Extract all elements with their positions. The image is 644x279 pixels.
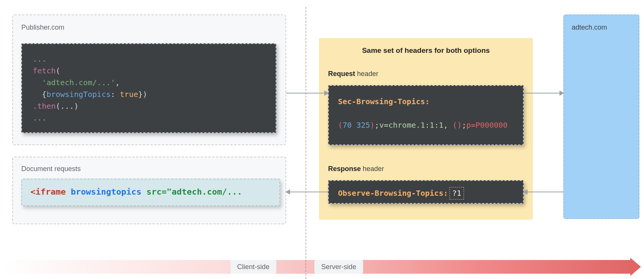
req-paren-open: (: [338, 120, 343, 130]
code-option-key: browsingTopics: [46, 90, 111, 99]
client-server-divider: [305, 7, 306, 279]
code-ellipsis: ...: [33, 54, 46, 63]
iframe-src-value: adtech.com/...: [172, 187, 242, 197]
req-semi: ;: [375, 120, 379, 130]
iframe-tag: iframe: [35, 187, 65, 197]
code-open-paren: (: [56, 66, 60, 75]
response-header-label: Response header: [328, 165, 384, 173]
code-brace-open: {: [42, 90, 46, 99]
resp-header-name: Observe-Browsing-Topics:: [338, 189, 448, 198]
code-option-value: true: [120, 90, 138, 99]
code-fetch: fetch: [33, 66, 56, 75]
request-header-label: Request header: [328, 70, 378, 78]
req-paren-close: ): [370, 120, 375, 130]
req-header-name: Sec-Browsing-Topics:: [338, 97, 430, 106]
request-header-block: Sec-Browsing-Topics: (70 325);v=chrome.1…: [328, 85, 524, 145]
code-then: .then: [33, 101, 56, 111]
code-brace-close: }: [138, 90, 143, 99]
headers-panel-title: Same set of headers for both options: [319, 46, 533, 55]
req-comma: ,: [443, 120, 453, 130]
arrow-adtech-to-response: [524, 192, 563, 192]
resp-header-value: ?1: [450, 187, 464, 200]
arrow-headers-to-adtech: [524, 93, 563, 94]
req-v-val: chrome.1:1:1: [389, 120, 444, 130]
adtech-panel: [563, 14, 639, 219]
iframe-lt: <: [30, 187, 35, 197]
iframe-attr-browsingtopics: browsingtopics: [71, 187, 141, 197]
code-colon: :: [111, 90, 120, 99]
client-side-label: Client-side: [230, 260, 276, 274]
document-requests-label: Document requests: [21, 165, 81, 173]
fetch-code-block: ... fetch( 'adtech.com/...', {browsingTo…: [21, 43, 276, 133]
iframe-code-block: <iframe browsingtopics src="adtech.com/.…: [21, 179, 280, 206]
iframe-attr-src: src: [147, 187, 162, 197]
req-p-eq: p=: [466, 120, 475, 130]
code-then-args: (...): [56, 101, 78, 111]
adtech-label: adtech.com: [572, 24, 607, 32]
publisher-label: Publisher.com: [21, 24, 64, 32]
response-header-block: Observe-Browsing-Topics:?1: [328, 180, 524, 204]
iframe-quote-open: ": [167, 187, 172, 197]
code-close-paren: ): [143, 90, 147, 99]
arrow-response-to-docrequests: [286, 192, 328, 192]
code-comma: ,: [115, 78, 120, 87]
req-semi-2: ;: [462, 120, 466, 130]
iframe-eq: =: [161, 187, 166, 197]
server-side-label: Server-side: [314, 260, 363, 274]
req-num-2: 325: [356, 120, 370, 130]
req-v-eq: v=: [379, 120, 388, 130]
arrow-publisher-to-headers: [286, 93, 328, 94]
req-p-val: P000000: [475, 120, 507, 130]
req-num-1: 70: [343, 120, 352, 130]
code-ellipsis-end: ...: [33, 113, 46, 122]
req-paren-empty: (): [453, 120, 462, 130]
code-url-arg: 'adtech.com/...': [42, 78, 115, 87]
